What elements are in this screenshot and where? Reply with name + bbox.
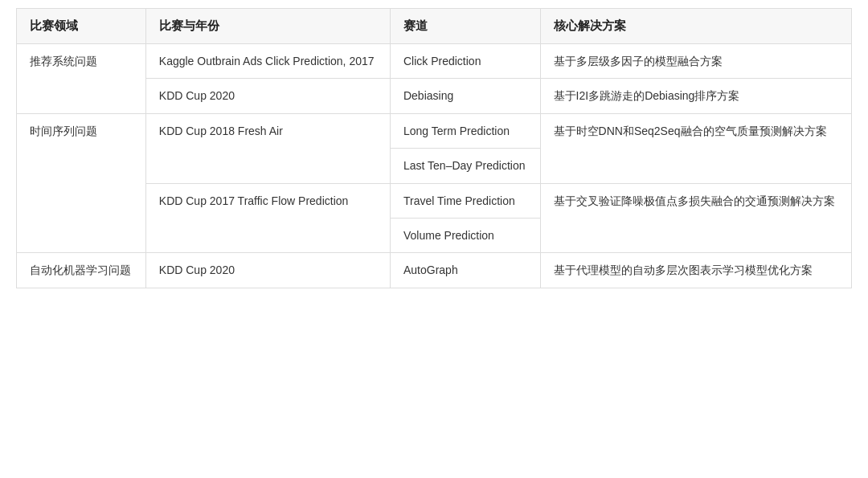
table-cell: AutoGraph [390, 253, 540, 288]
table-row: 自动化机器学习问题KDD Cup 2020AutoGraph基于代理模型的自动多… [17, 253, 852, 288]
table-cell: 推荐系统问题 [17, 44, 146, 114]
table-cell: 基于多层级多因子的模型融合方案 [540, 44, 851, 79]
table-row: 时间序列问题KDD Cup 2018 Fresh AirLong Term Pr… [17, 113, 852, 148]
table-cell: Long Term Prediction [390, 113, 540, 148]
main-table: 比赛领域 比赛与年份 赛道 核心解决方案 推荐系统问题Kaggle Outbra… [16, 8, 852, 288]
table-cell: 基于I2I多跳游走的Debiasing排序方案 [540, 79, 851, 113]
table-cell: KDD Cup 2020 [145, 79, 390, 113]
table-cell: Volume Prediction [390, 218, 540, 252]
table-cell: Last Ten–Day Prediction [390, 149, 540, 183]
table-row: 推荐系统问题Kaggle Outbrain Ads Click Predicti… [17, 44, 852, 79]
header-domain: 比赛领域 [17, 9, 146, 44]
table-cell: 基于交叉验证降噪极值点多损失融合的交通预测解决方案 [540, 183, 851, 253]
table-cell: 基于代理模型的自动多层次图表示学习模型优化方案 [540, 253, 851, 288]
table-cell: KDD Cup 2018 Fresh Air [145, 113, 390, 183]
table-wrapper: 比赛领域 比赛与年份 赛道 核心解决方案 推荐系统问题Kaggle Outbra… [0, 0, 868, 304]
table-cell: Debiasing [390, 79, 540, 113]
table-cell: 基于时空DNN和Seq2Seq融合的空气质量预测解决方案 [540, 113, 851, 183]
table-cell: Travel Time Prediction [390, 183, 540, 218]
header-competition: 比赛与年份 [145, 9, 390, 44]
table-cell: 时间序列问题 [17, 113, 146, 253]
header-row: 比赛领域 比赛与年份 赛道 核心解决方案 [17, 9, 852, 44]
table-cell: Click Prediction [390, 44, 540, 79]
header-solution: 核心解决方案 [540, 9, 851, 44]
table-cell: Kaggle Outbrain Ads Click Prediction, 20… [145, 44, 390, 79]
header-track: 赛道 [390, 9, 540, 44]
table-cell: 自动化机器学习问题 [17, 253, 146, 288]
table-cell: KDD Cup 2020 [145, 253, 390, 288]
table-cell: KDD Cup 2017 Traffic Flow Prediction [145, 183, 390, 253]
